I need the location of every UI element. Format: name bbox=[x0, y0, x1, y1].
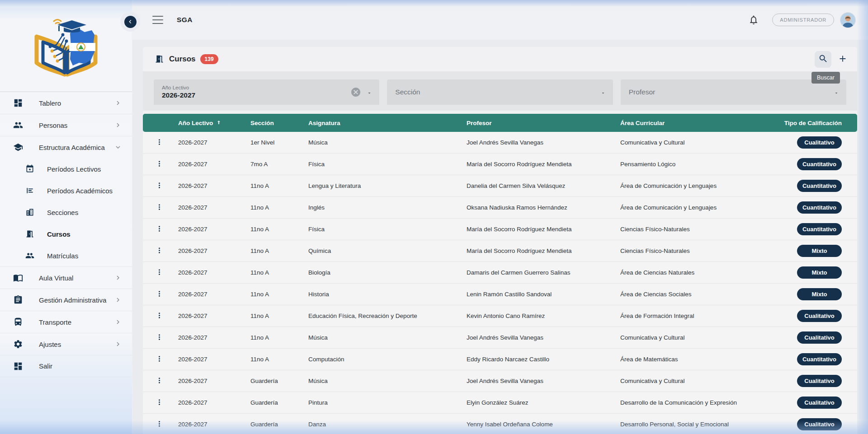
clear-filter-icon[interactable] bbox=[350, 87, 361, 98]
bus-icon bbox=[13, 317, 24, 327]
cell-profesor: Lenin Ramón Castillo Sandoval bbox=[467, 291, 620, 298]
sidebar-item-personas[interactable]: Personas bbox=[0, 114, 132, 136]
row-actions-button[interactable] bbox=[153, 267, 165, 279]
sidebar-item-salir[interactable]: Salir bbox=[0, 355, 132, 377]
cell-asignatura: Historia bbox=[308, 291, 467, 298]
chevron-down-icon[interactable] bbox=[367, 89, 372, 95]
kebab-icon bbox=[155, 289, 164, 299]
cell-area-curricular: Área de Matemáticas bbox=[620, 356, 738, 363]
sidebar-item-label: Períodos Académicos bbox=[47, 187, 122, 195]
row-actions-button[interactable] bbox=[153, 354, 165, 365]
sort-arrow-up-icon bbox=[216, 119, 222, 127]
chevron-down-icon[interactable] bbox=[600, 89, 606, 95]
cell-tipo-calificacion: Cualitativo bbox=[797, 331, 857, 344]
kebab-icon bbox=[155, 159, 164, 169]
kebab-icon bbox=[155, 268, 164, 278]
people-icon bbox=[13, 120, 24, 131]
column-header-seccion[interactable]: Sección bbox=[250, 120, 308, 126]
row-actions-button[interactable] bbox=[153, 180, 165, 192]
cell-seccion: Guardería bbox=[250, 399, 308, 406]
cell-profesor: Yenny Isabel Ordeñana Colome bbox=[467, 421, 620, 428]
cell-profesor: Joel Andrés Sevilla Vanegas bbox=[467, 334, 620, 341]
cell-profesor: Damaris del Carmen Guerrero Salinas bbox=[467, 269, 620, 276]
hamburger-menu-icon[interactable] bbox=[152, 16, 163, 24]
row-actions-button[interactable] bbox=[153, 289, 165, 300]
school-logo-icon bbox=[30, 15, 102, 79]
tipo-calificacion-badge: Cualitativo bbox=[797, 136, 842, 149]
clipboard-icon bbox=[13, 294, 24, 305]
sidebar-item-ajustes[interactable]: Ajustes bbox=[0, 333, 132, 355]
page-title: Cursos bbox=[169, 55, 196, 64]
cell-tipo-calificacion: Mixto bbox=[797, 245, 857, 257]
sidebar-item-periodos-academicos[interactable]: Períodos Académicos bbox=[0, 180, 132, 201]
sidebar-item-label: Estructura Académica bbox=[39, 144, 114, 151]
records-count-badge: 139 bbox=[200, 54, 218, 64]
cell-tipo-calificacion: Cuantitativo bbox=[797, 353, 857, 365]
filter-anio-label: Año Lectivo bbox=[162, 85, 350, 90]
kebab-icon bbox=[155, 138, 164, 148]
sidebar-item-cursos[interactable]: Cursos bbox=[0, 223, 132, 245]
cell-anio-lectivo: 2026-2027 bbox=[178, 313, 250, 319]
filter-seccion[interactable]: Sección bbox=[387, 79, 613, 105]
sidebar-item-gestion-administrativa[interactable]: Gestión Administrativa bbox=[0, 289, 132, 311]
cell-asignatura: Química bbox=[308, 247, 467, 254]
sidebar-item-label: Tablero bbox=[39, 99, 114, 107]
user-avatar[interactable] bbox=[840, 13, 855, 28]
table-row: 2026-202711no ALengua y LiteraturaDaneli… bbox=[143, 175, 857, 197]
chevron-left-icon bbox=[124, 16, 137, 28]
app-title: SGA bbox=[177, 16, 193, 24]
sidebar-item-periodos-lectivos[interactable]: Períodos Lectivos bbox=[0, 158, 132, 180]
row-actions-button[interactable] bbox=[153, 202, 165, 214]
table-row: 2026-202711no ABiologíaDamaris del Carme… bbox=[143, 262, 857, 284]
search-button[interactable] bbox=[815, 51, 831, 68]
row-actions-button[interactable] bbox=[153, 137, 165, 149]
cell-anio-lectivo: 2026-2027 bbox=[178, 226, 250, 233]
cell-anio-lectivo: 2026-2027 bbox=[178, 421, 250, 428]
row-actions-button[interactable] bbox=[153, 159, 165, 170]
column-header-area-curricular[interactable]: Área Curricular bbox=[620, 120, 738, 126]
row-actions-button[interactable] bbox=[153, 397, 165, 409]
cell-profesor: Kevin Antonio Cano Ramírez bbox=[467, 313, 620, 319]
table-row: 2026-202711no AHistoriaLenin Ramón Casti… bbox=[143, 284, 857, 305]
column-header-asignatura[interactable]: Asignatura bbox=[308, 120, 467, 126]
cell-tipo-calificacion: Cualitativo bbox=[797, 136, 857, 149]
chevron-down-icon[interactable] bbox=[834, 89, 839, 95]
filter-seccion-label: Sección bbox=[395, 88, 600, 96]
kebab-icon bbox=[155, 203, 164, 213]
kebab-icon bbox=[155, 355, 164, 364]
column-header-anio-lectivo[interactable]: Año Lectivo bbox=[178, 119, 250, 127]
cell-seccion: 7mo A bbox=[250, 161, 308, 168]
sidebar-item-aula-virtual[interactable]: Aula Virtual bbox=[0, 266, 132, 289]
role-badge[interactable]: ADMINISTRADOR bbox=[772, 14, 834, 26]
row-actions-button[interactable] bbox=[153, 245, 165, 257]
topbar: SGA ADMINISTRADOR bbox=[132, 0, 868, 40]
sidebar-item-transporte[interactable]: Transporte bbox=[0, 311, 132, 333]
door-icon bbox=[24, 229, 35, 239]
filter-anio-lectivo[interactable]: Año Lectivo 2026-2027 bbox=[154, 79, 379, 105]
cell-tipo-calificacion: Cuantitativo bbox=[797, 180, 857, 192]
sidebar-item-estructura-academica[interactable]: Estructura Académica bbox=[0, 136, 132, 158]
table-row: 2026-2027GuarderíaDanzaYenny Isabel Orde… bbox=[143, 414, 857, 434]
cell-tipo-calificacion: Mixto bbox=[797, 288, 857, 300]
row-actions-button[interactable] bbox=[153, 375, 165, 387]
sidebar-item-tablero[interactable]: Tablero bbox=[0, 92, 132, 114]
sidebar-item-matriculas[interactable]: Matrículas bbox=[0, 245, 132, 266]
row-actions-button[interactable] bbox=[153, 332, 165, 344]
column-header-tipo-calificacion[interactable]: Tipo de Calificación bbox=[738, 120, 857, 126]
add-course-button[interactable] bbox=[834, 51, 851, 68]
table-body: 2026-20271er NivelMúsicaJoel Andrés Sevi… bbox=[143, 132, 857, 434]
column-header-profesor[interactable]: Profesor bbox=[467, 120, 620, 126]
cell-area-curricular: Área de Ciencias Naturales bbox=[620, 269, 738, 276]
sidebar-collapse-button[interactable] bbox=[120, 12, 140, 32]
tipo-calificacion-badge: Cualitativo bbox=[797, 375, 842, 387]
app-logo bbox=[0, 0, 132, 92]
cell-seccion: 1er Nivel bbox=[250, 139, 308, 146]
tipo-calificacion-badge: Mixto bbox=[797, 245, 842, 257]
cell-anio-lectivo: 2026-2027 bbox=[178, 378, 250, 384]
row-actions-button[interactable] bbox=[153, 419, 165, 430]
cell-asignatura: Educación Física, Recreación y Deporte bbox=[308, 313, 467, 319]
sidebar-item-secciones[interactable]: Secciones bbox=[0, 201, 132, 223]
row-actions-button[interactable] bbox=[153, 224, 165, 235]
row-actions-button[interactable] bbox=[153, 310, 165, 322]
notifications-bell-icon[interactable] bbox=[747, 13, 760, 27]
